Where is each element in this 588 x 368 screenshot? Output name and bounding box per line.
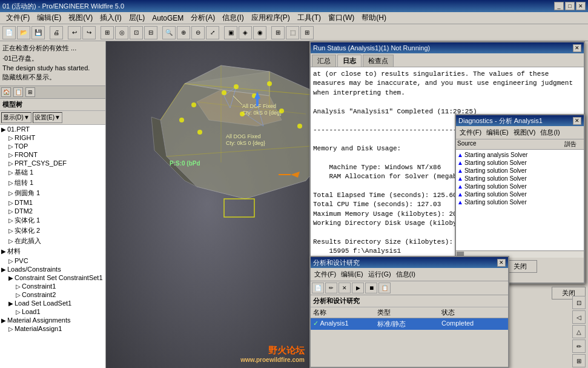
diagnostics-close-x[interactable]: ✕	[573, 117, 581, 125]
tree-icon-btn2[interactable]: 📋	[13, 87, 23, 97]
menu-info[interactable]: 信息(I)	[219, 12, 247, 24]
tree-item-pvc[interactable]: ▷ PVC	[0, 256, 105, 265]
analysis-table-row-1[interactable]: ✓ Analysis1 标准/静态 Completed	[311, 318, 508, 330]
tree-item-loads[interactable]: ▶ Loads/Constraints	[0, 265, 105, 273]
settings-dropdown[interactable]: 设置(E)▼	[33, 112, 62, 123]
toolbar-view3[interactable]: ⊖	[191, 26, 205, 39]
toolbar-view1[interactable]: 🔍	[162, 26, 176, 39]
menu-applications[interactable]: 应用程序(P)	[248, 12, 294, 24]
toolbar-btn1[interactable]: ⊞	[101, 26, 114, 39]
toolbar-extra3[interactable]: ⊞	[300, 26, 314, 39]
tree-item-load1[interactable]: ▷ Load1	[0, 307, 105, 316]
tree-item-dtm2[interactable]: ▷ DTM2	[0, 207, 105, 215]
side-btn-5[interactable]: ⊞	[572, 354, 586, 367]
toolbar-btn2[interactable]: ◎	[115, 26, 128, 39]
tree-item-round1[interactable]: ▷ 倒圆角 1	[0, 188, 105, 198]
toolbar-open[interactable]: 📂	[17, 26, 30, 39]
tree-item-base1[interactable]: ▷ 基础 1	[0, 167, 105, 178]
tree-item-materialassign1[interactable]: ▷ MaterialAssign1	[0, 324, 105, 333]
main-toolbar: 📄 📂 💾 🖨 ↩ ↪ ⊞ ◎ ⊡ ⊟ 🔍 ⊕ ⊖ ⤢ ▣ ◈ ◉ ⊞ ⬚ ⊞	[0, 24, 588, 41]
tree-item-root[interactable]: ▶ 01.PRT	[0, 125, 105, 133]
analysis-menu-file[interactable]: 文件(F)	[312, 269, 339, 279]
side-toolbar: ⊡ ◁ △ ✏ ⊞	[572, 296, 586, 367]
window-controls[interactable]: _ □ ✕	[554, 2, 586, 10]
right-area: Run Status (Analysis1)(1) Not Running) ✕…	[309, 41, 588, 368]
side-btn-2[interactable]: ◁	[572, 310, 586, 324]
toolbar-undo[interactable]: ↩	[68, 26, 81, 39]
tree-item-loadset[interactable]: ▶ Load Set LoadSet1	[0, 299, 105, 307]
toolbar-extra2[interactable]: ⬚	[286, 26, 299, 39]
tab-summary[interactable]: 汇总	[312, 55, 336, 67]
menu-tools[interactable]: 工具(T)	[294, 12, 325, 24]
check-mark-icon: ✓	[313, 319, 319, 327]
analysis-menu-edit[interactable]: 编辑(E)	[339, 269, 366, 279]
3d-canvas[interactable]: All DOF Fixed Cty: 0kS 0 {deg} All DOG F…	[106, 41, 309, 368]
side-btn-4[interactable]: ✏	[572, 340, 586, 353]
analysis-tb-2[interactable]: ✏	[325, 283, 337, 293]
model-tree-header: 模型树	[0, 99, 105, 111]
tree-item-constraint1[interactable]: ▷ Constraint1	[0, 282, 105, 290]
tree-item-solid1[interactable]: ▷ 实体化 1	[0, 215, 105, 226]
tree-item-dtm1[interactable]: ▷ DTM1	[0, 198, 105, 207]
menu-layer[interactable]: 层(L)	[125, 12, 149, 24]
analysis-tb-4[interactable]: ▶	[352, 283, 364, 293]
diag-menu-info[interactable]: 信息(I)	[538, 127, 562, 138]
display-dropdown[interactable]: 显示(D)▼	[1, 112, 31, 123]
tree-item-right[interactable]: ▷ RIGHT	[0, 133, 105, 142]
toolbar-btn4[interactable]: ⊟	[144, 26, 157, 39]
tree-item-constraintset[interactable]: ▶ Constraint Set ConstraintSet1	[0, 273, 105, 282]
analysis-menu-run[interactable]: 运行(G)	[366, 269, 394, 279]
toolbar-shading2[interactable]: ◈	[239, 26, 252, 39]
toolbar-shading3[interactable]: ◉	[253, 26, 266, 39]
analysis-tb-3[interactable]: ✕	[339, 283, 351, 293]
menu-autogem[interactable]: AutoGEM	[148, 13, 187, 23]
diag-menu-view[interactable]: 视图(V)	[511, 127, 538, 138]
tree-item-materialassign[interactable]: ▶ Material Assignments	[0, 316, 105, 324]
tree-icon-btn1[interactable]: 🏠	[1, 87, 11, 97]
toolbar-print[interactable]: 🖨	[50, 26, 63, 39]
toolbar-view4[interactable]: ⤢	[206, 26, 219, 39]
toolbar-shading1[interactable]: ▣	[224, 26, 237, 39]
close-button[interactable]: ✕	[576, 2, 586, 10]
analysis-tb-1[interactable]: 📄	[312, 283, 324, 293]
toolbar-view2[interactable]: ⊕	[177, 26, 190, 39]
tree-item-solid2[interactable]: ▷ 实体化 2	[0, 226, 105, 236]
tree-item-insert[interactable]: ▷ 在此插入	[0, 236, 105, 246]
diag-menu-edit[interactable]: 编辑(E)	[484, 127, 511, 138]
minimize-button[interactable]: _	[554, 2, 564, 10]
tree-item-front[interactable]: ▷ FRONT	[0, 150, 105, 159]
menu-analysis[interactable]: 分析(A)	[187, 12, 219, 24]
menu-file[interactable]: 文件(F)	[2, 12, 33, 24]
maximize-button[interactable]: □	[565, 2, 575, 10]
tab-log[interactable]: 日志	[337, 55, 362, 67]
analysis-menu-info[interactable]: 信息(I)	[394, 269, 418, 279]
diagnostics-content[interactable]: ▲ Starting analysis Solver ▲ Starting so…	[456, 150, 584, 250]
menu-window[interactable]: 窗口(W)	[325, 12, 358, 24]
model-tree[interactable]: ▶ 01.PRT ▷ RIGHT ▷ TOP ▷ FRONT ▷ PRT	[0, 125, 105, 368]
menu-view[interactable]: 视图(V)	[65, 12, 96, 24]
side-btn-3[interactable]: △	[572, 325, 586, 338]
toolbar-new[interactable]: 📄	[2, 26, 16, 39]
menu-help[interactable]: 帮助(H)	[358, 12, 390, 24]
analysis-tb-5[interactable]: ⏹	[365, 283, 377, 293]
content-line: measures may be inaccurate, and you must…	[313, 79, 581, 88]
run-status-close-x[interactable]: ✕	[573, 44, 581, 52]
tab-checkpoint[interactable]: 检查点	[363, 55, 394, 67]
toolbar-redo[interactable]: ↪	[82, 26, 96, 39]
menu-edit[interactable]: 编辑(E)	[33, 12, 65, 24]
toolbar-btn3[interactable]: ⊡	[130, 26, 143, 39]
analysis-close-x[interactable]: ✕	[497, 259, 506, 267]
tree-item-top[interactable]: ▷ TOP	[0, 142, 105, 150]
menu-insert[interactable]: 插入(I)	[96, 12, 125, 24]
toolbar-save[interactable]: 💾	[31, 26, 45, 39]
analysis-tb-6[interactable]: 📋	[378, 283, 391, 293]
tree-item-prt-csys[interactable]: ▷ PRT_CSYS_DEF	[0, 159, 105, 167]
tree-item-constraint2[interactable]: ▷ Constraint2	[0, 290, 105, 299]
tree-item-material[interactable]: ▶ 材料	[0, 246, 105, 256]
side-btn-1[interactable]: ⊡	[572, 296, 586, 309]
tree-item-group1[interactable]: ▷ 组转 1	[0, 178, 105, 188]
toolbar-extra1[interactable]: ⊞	[271, 26, 285, 39]
svg-point-26	[267, 81, 272, 86]
diag-menu-file[interactable]: 文件(F)	[457, 127, 484, 138]
tree-icon-btn3[interactable]: ⊞	[25, 87, 35, 97]
